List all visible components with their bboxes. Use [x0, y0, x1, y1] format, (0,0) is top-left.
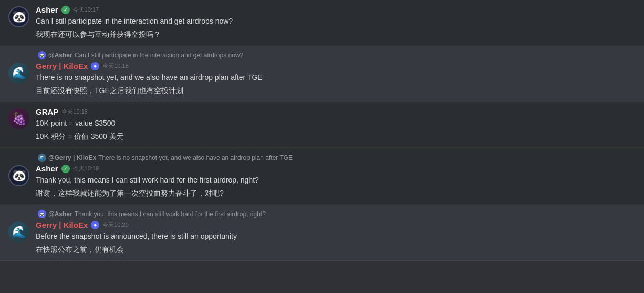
message-text-en-1: Can I still participate in the interacti…	[36, 16, 636, 27]
message-text-cn-4: 谢谢，这样我就还能为了第一次空投而努力奋斗了，对吧?	[36, 188, 636, 199]
message-content-3: GRAP 今天10:18 10K point = value $3500 10K…	[36, 107, 636, 142]
kilo-badge-5: ◆	[91, 221, 99, 229]
reply-bar-2: 🐼 @Asher Can I still participate in the …	[8, 51, 636, 59]
reply-author-5: @Asher	[48, 210, 72, 218]
chat-container: 🐼 Asher ✓ 今天10:17 Can I still participat…	[0, 0, 644, 261]
reply-text-4: There is no snapshot yet, and we also ha…	[98, 154, 293, 161]
message-content-4: Asher ✓ 今天10:19 Thank you, this means I …	[36, 164, 636, 199]
message-header-5: Gerry | KiloEx ◆ 今天10:20	[36, 220, 636, 229]
reply-author-4: @Gerry | KiloEx	[48, 154, 96, 161]
reply-text-2: Can I still participate in the interacti…	[75, 52, 244, 59]
message-text-cn-1: 我现在还可以参与互动并获得空投吗？	[36, 29, 636, 40]
timestamp-5: 今天10:20	[102, 221, 129, 229]
timestamp-4: 今天10:19	[73, 165, 99, 173]
message-header-3: GRAP 今天10:18	[36, 107, 636, 116]
message-text-en-3: 10K point = value $3500	[36, 118, 636, 129]
message-group-2: 🐼 @Asher Can I still participate in the …	[0, 46, 644, 102]
reply-avatar-5: 🐼	[38, 210, 46, 218]
avatar-grap-3: 🍇	[8, 108, 29, 129]
verified-badge-1: ✓	[61, 6, 70, 14]
username-grap-3: GRAP	[36, 107, 58, 116]
message-text-cn-3: 10K 积分 = 价值 3500 美元	[36, 131, 636, 142]
avatar-asher-4: 🐼	[8, 165, 29, 186]
message-group-4: 🌊 @Gerry | KiloEx There is no snapshot y…	[0, 148, 644, 205]
reply-avatar-4: 🌊	[38, 154, 46, 162]
reply-avatar-2: 🐼	[38, 51, 46, 59]
kilo-badge-2: ◆	[91, 62, 99, 70]
username-asher-4: Asher	[36, 164, 58, 173]
reply-author-2: @Asher	[48, 52, 72, 59]
reply-bar-5: 🐼 @Asher Thank you, this means I can sti…	[8, 210, 636, 218]
message-text-en-2: There is no snapshot yet, and we also ha…	[36, 72, 636, 83]
message-text-cn-2: 目前还没有快照，TGE之后我们也有空投计划	[36, 85, 636, 96]
message-header-2: Gerry | KiloEx ◆ 今天10:18	[36, 62, 636, 70]
message-group-3: 🍇 GRAP 今天10:18 10K point = value $3500 1…	[0, 102, 644, 148]
username-asher-1: Asher	[36, 5, 58, 14]
avatar-gerry-5: 🌊	[8, 221, 29, 243]
reply-text-5: Thank you, this means I can still work h…	[75, 210, 266, 218]
timestamp-2: 今天10:18	[102, 62, 129, 70]
message-content-5: Gerry | KiloEx ◆ 今天10:20 Before the snap…	[36, 220, 636, 255]
verified-badge-4: ✓	[61, 165, 70, 173]
reply-bar-4: 🌊 @Gerry | KiloEx There is no snapshot y…	[8, 154, 636, 162]
message-text-en-5: Before the snapshot is announced, there …	[36, 231, 636, 242]
message-content-2: Gerry | KiloEx ◆ 今天10:18 There is no sna…	[36, 62, 636, 96]
username-gerry-2: Gerry | KiloEx	[36, 62, 88, 70]
message-group-1: 🐼 Asher ✓ 今天10:17 Can I still participat…	[0, 0, 644, 46]
avatar-asher-1: 🐼	[8, 6, 29, 27]
message-content-1: Asher ✓ 今天10:17 Can I still participate …	[36, 5, 636, 40]
message-group-5: 🐼 @Asher Thank you, this means I can sti…	[0, 205, 644, 261]
message-text-en-4: Thank you, this means I can still work h…	[36, 175, 636, 186]
message-header-1: Asher ✓ 今天10:17	[36, 5, 636, 14]
avatar-gerry-2: 🌊	[8, 63, 29, 84]
timestamp-1: 今天10:17	[73, 6, 99, 14]
username-gerry-5: Gerry | KiloEx	[36, 220, 88, 229]
message-text-cn-5: 在快照公布之前，仍有机会	[36, 244, 636, 255]
message-header-4: Asher ✓ 今天10:19	[36, 164, 636, 173]
timestamp-3: 今天10:18	[61, 108, 88, 116]
